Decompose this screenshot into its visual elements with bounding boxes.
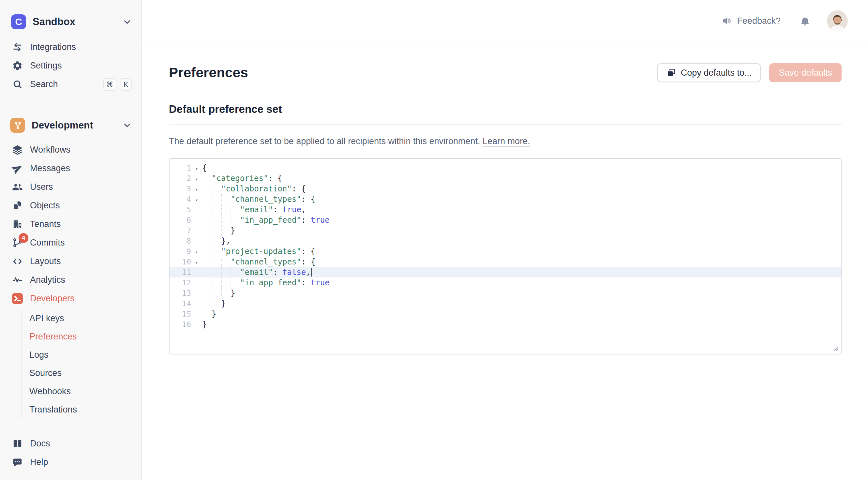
feedback-button[interactable]: Feedback?	[721, 16, 781, 26]
fold-toggle-icon[interactable]: ▾	[191, 194, 202, 205]
save-defaults-button[interactable]: Save defaults	[769, 63, 842, 82]
sidebar-item-objects[interactable]: Objects	[0, 196, 141, 215]
code-line-10[interactable]: 10▾"channel_types": {	[169, 257, 841, 267]
sidebar: C Sandbox IntegrationsSettingsSearch⌘K D…	[0, 0, 142, 480]
kbd-key: K	[120, 78, 132, 91]
code-line-9[interactable]: 9▾"project-updates": {	[169, 246, 841, 257]
fold-spacer	[191, 303, 202, 304]
subnav-item-preferences[interactable]: Preferences	[29, 327, 141, 346]
editor-lines: 1▾{2▾"categories": {3▾"collaboration": {…	[169, 163, 841, 330]
sidebar-item-label: Analytics	[30, 275, 65, 285]
environment-branch-icon	[10, 118, 25, 133]
code-line-11[interactable]: 11"email": false,	[169, 267, 841, 277]
sidebar-item-label: Settings	[30, 61, 62, 71]
sidebar-footer-nav: DocsHelp	[0, 434, 141, 480]
line-number: 9	[169, 246, 191, 257]
code-line-14[interactable]: 14}	[169, 298, 841, 309]
sidebar-item-developers[interactable]: Developers	[0, 289, 141, 308]
code-line-13[interactable]: 13}	[169, 288, 841, 298]
line-number: 2	[169, 173, 191, 184]
json-editor[interactable]: 1▾{2▾"categories": {3▾"collaboration": {…	[169, 158, 842, 355]
fold-spacer	[191, 324, 202, 325]
code-text: {	[202, 163, 207, 173]
sidebar-env-nav: WorkflowsMessagesUsersObjectsTenants4Com…	[0, 141, 141, 308]
code-line-15[interactable]: 15}	[169, 309, 841, 319]
sidebar-item-tenants[interactable]: Tenants	[0, 215, 141, 234]
code-line-6[interactable]: 6"in_app_feed": true	[169, 215, 841, 225]
fold-toggle-icon[interactable]: ▾	[191, 162, 202, 174]
sidebar-item-integrations[interactable]: Integrations	[0, 38, 141, 56]
code-text: "channel_types": {	[202, 194, 315, 205]
chevron-down-icon	[122, 17, 132, 27]
code-line-4[interactable]: 4▾"channel_types": {	[169, 194, 841, 205]
subnav-item-webhooks[interactable]: Webhooks	[29, 382, 141, 400]
fold-spacer	[191, 272, 202, 273]
fold-spacer	[191, 241, 202, 242]
avatar[interactable]	[827, 10, 848, 31]
sidebar-item-search[interactable]: Search⌘K	[0, 75, 141, 94]
code-text: "in_app_feed": true	[202, 215, 330, 225]
notifications-bell-icon[interactable]	[800, 15, 811, 26]
learn-more-link[interactable]: Learn more.	[483, 136, 530, 146]
sidebar-item-settings[interactable]: Settings	[0, 56, 141, 75]
sidebar-item-workflows[interactable]: Workflows	[0, 141, 141, 159]
code-text: }	[202, 319, 207, 330]
page-title: Preferences	[169, 65, 248, 81]
code-line-16[interactable]: 16}	[169, 319, 841, 330]
workspace-logo: C	[11, 14, 26, 29]
line-number: 6	[169, 215, 191, 225]
sidebar-item-messages[interactable]: Messages	[0, 159, 141, 178]
sidebar-item-commits[interactable]: 4Commits	[0, 234, 141, 252]
fold-spacer	[191, 314, 202, 315]
sidebar-item-help[interactable]: Help	[0, 453, 141, 472]
code-text: "collaboration": {	[202, 184, 306, 194]
fold-spacer	[191, 220, 202, 221]
subnav-item-logs[interactable]: Logs	[29, 346, 141, 364]
code-line-2[interactable]: 2▾"categories": {	[169, 173, 841, 184]
sidebar-item-label: Docs	[30, 439, 50, 449]
environment-switcher[interactable]: Development	[0, 94, 141, 141]
workflows-icon	[12, 145, 23, 155]
subnav-item-translations[interactable]: Translations	[29, 400, 141, 419]
fold-toggle-icon[interactable]: ▾	[191, 256, 202, 268]
line-number: 12	[169, 277, 191, 288]
code-line-8[interactable]: 8},	[169, 236, 841, 246]
line-number: 5	[169, 205, 191, 215]
sidebar-item-label: Integrations	[30, 42, 76, 52]
sidebar-item-label: Workflows	[30, 145, 70, 155]
code-line-12[interactable]: 12"in_app_feed": true	[169, 277, 841, 288]
fold-toggle-icon[interactable]: ▾	[191, 246, 202, 257]
code-line-3[interactable]: 3▾"collaboration": {	[169, 184, 841, 194]
fold-toggle-icon[interactable]: ▾	[191, 183, 202, 195]
docs-icon	[12, 438, 23, 449]
code-text: "email": true,	[202, 205, 306, 215]
fold-spacer	[191, 209, 202, 210]
subnav-item-sources[interactable]: Sources	[29, 364, 141, 382]
sidebar-item-users[interactable]: Users	[0, 178, 141, 196]
layouts-icon	[12, 256, 23, 267]
code-line-7[interactable]: 7}	[169, 225, 841, 236]
kbd-key: ⌘	[103, 78, 116, 91]
help-icon	[12, 457, 23, 468]
copy-defaults-button[interactable]: Copy defaults to...	[657, 63, 761, 82]
copy-icon	[666, 68, 676, 78]
sidebar-item-label: Search	[30, 79, 58, 89]
code-line-5[interactable]: 5"email": true,	[169, 205, 841, 215]
fold-toggle-icon[interactable]: ▾	[191, 173, 202, 184]
code-line-1[interactable]: 1▾{	[169, 163, 841, 173]
developers-subnav: API keysPreferencesLogsSourcesWebhooksTr…	[22, 309, 141, 419]
fold-spacer	[191, 282, 202, 283]
subnav-item-api-keys[interactable]: API keys	[29, 309, 141, 327]
code-text: "project-updates": {	[202, 246, 315, 257]
tenants-icon	[12, 219, 23, 230]
sidebar-item-analytics[interactable]: Analytics	[0, 271, 141, 289]
objects-icon	[12, 200, 23, 211]
sidebar-item-docs[interactable]: Docs	[0, 434, 141, 453]
line-number: 8	[169, 236, 191, 246]
sidebar-item-layouts[interactable]: Layouts	[0, 252, 141, 271]
resize-handle-icon[interactable]	[830, 343, 839, 352]
workspace-switcher[interactable]: C Sandbox	[0, 0, 141, 38]
code-text: "categories": {	[202, 173, 282, 184]
code-text: "email": false,	[202, 267, 312, 277]
search-icon	[12, 79, 23, 90]
